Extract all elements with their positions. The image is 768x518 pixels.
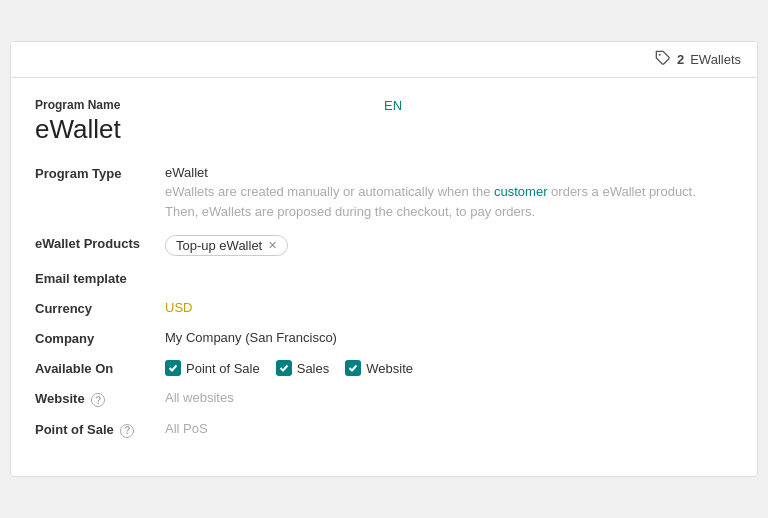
company-label: Company	[35, 330, 165, 346]
available-on-items: Point of Sale Sales	[165, 360, 733, 376]
program-type-value: eWallet eWallets are created manually or…	[165, 165, 733, 221]
ewallet-products-value: Top-up eWallet ✕	[165, 235, 733, 256]
checkbox-pos-label: Point of Sale	[186, 361, 260, 376]
website-help-icon[interactable]: ?	[91, 393, 105, 407]
point-of-sale-row: Point of Sale ? All PoS	[35, 421, 733, 438]
product-chip-label: Top-up eWallet	[176, 238, 262, 253]
ewallet-products-row: eWallet Products Top-up eWallet ✕	[35, 235, 733, 256]
program-type-row: Program Type eWallet eWallets are create…	[35, 165, 733, 221]
svg-point-0	[659, 54, 661, 56]
top-bar: 2 EWallets	[11, 42, 757, 78]
program-type-description: eWallets are created manually or automat…	[165, 182, 733, 221]
checkbox-point-of-sale[interactable]: Point of Sale	[165, 360, 260, 376]
email-template-row: Email template	[35, 270, 733, 286]
checkbox-website-icon	[345, 360, 361, 376]
point-of-sale-label: Point of Sale ?	[35, 421, 165, 438]
available-on-row: Available On Point of Sale	[35, 360, 733, 376]
available-on-label: Available On	[35, 360, 165, 376]
currency-value[interactable]: USD	[165, 300, 733, 315]
checkbox-website-label: Website	[366, 361, 413, 376]
ewallet-badge[interactable]: 2 EWallets	[655, 50, 741, 69]
currency-label: Currency	[35, 300, 165, 316]
checkbox-sales[interactable]: Sales	[276, 360, 330, 376]
product-chip-remove[interactable]: ✕	[268, 239, 277, 252]
customer-link[interactable]: customer	[494, 184, 547, 199]
checkbox-website[interactable]: Website	[345, 360, 413, 376]
website-row: Website ? All websites	[35, 390, 733, 407]
company-row: Company My Company (San Francisco)	[35, 330, 733, 346]
currency-row: Currency USD	[35, 300, 733, 316]
program-title: eWallet	[35, 114, 733, 145]
checkbox-sales-icon	[276, 360, 292, 376]
content-area: EN Program Name eWallet Program Type eWa…	[11, 78, 757, 475]
point-of-sale-value: All PoS	[165, 421, 733, 436]
product-chip[interactable]: Top-up eWallet ✕	[165, 235, 288, 256]
pos-help-icon[interactable]: ?	[120, 424, 134, 438]
website-label: Website ?	[35, 390, 165, 407]
ewallet-products-label: eWallet Products	[35, 235, 165, 251]
tag-icon	[655, 50, 671, 69]
program-type-label: Program Type	[35, 165, 165, 181]
program-type-text: eWallet	[165, 165, 733, 180]
checkbox-pos-icon	[165, 360, 181, 376]
company-value: My Company (San Francisco)	[165, 330, 733, 345]
lang-badge[interactable]: EN	[384, 98, 402, 113]
main-card: 2 EWallets EN Program Name eWallet Progr…	[10, 41, 758, 476]
checkbox-sales-label: Sales	[297, 361, 330, 376]
badge-count: 2	[677, 52, 684, 67]
website-value: All websites	[165, 390, 733, 405]
email-template-label: Email template	[35, 270, 165, 286]
badge-label: EWallets	[690, 52, 741, 67]
available-on-value: Point of Sale Sales	[165, 360, 733, 376]
